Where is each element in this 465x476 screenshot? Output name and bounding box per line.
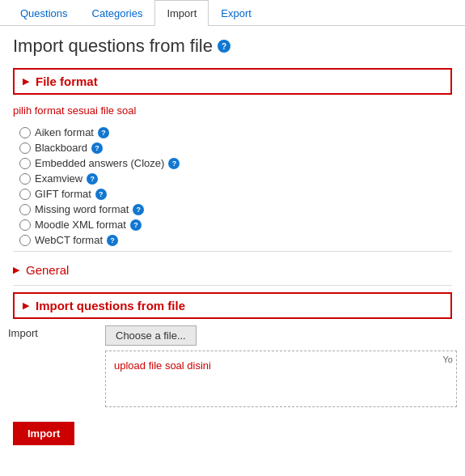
divider-1 xyxy=(13,251,452,252)
general-arrow: ▶ xyxy=(13,265,19,275)
import-label: Import xyxy=(8,324,38,339)
radio-label-aiken: Aiken format xyxy=(35,126,94,138)
file-format-header[interactable]: ▶ File format xyxy=(15,70,450,93)
page-title-row: Import questions from file ? xyxy=(0,26,465,63)
tab-questions[interactable]: Questions xyxy=(8,0,80,26)
radio-item-blackboard: Blackboard ? xyxy=(19,142,180,154)
radio-label-webct: WebCT format xyxy=(35,234,103,246)
file-drop-right-text: Yo xyxy=(440,351,456,368)
radio-item-webct: WebCT format ? xyxy=(19,234,180,246)
radio-label-gift: GIFT format xyxy=(35,188,91,200)
radio-label-examview: Examview xyxy=(35,172,82,185)
radio-item-examview: Examview ? xyxy=(19,172,180,185)
import-questions-section: ▶ Import questions from file xyxy=(13,292,452,319)
upload-text: upload file soal disini xyxy=(114,359,211,372)
page-title: Import questions from file xyxy=(13,36,213,57)
file-drop-area[interactable]: upload file soal disini Yo xyxy=(105,351,457,407)
help-icon-blackboard[interactable]: ? xyxy=(91,142,103,154)
tab-categories[interactable]: Categories xyxy=(80,0,155,26)
help-icon-webct[interactable]: ? xyxy=(107,235,118,246)
import-section-title: Import questions from file xyxy=(36,299,185,312)
radio-gift[interactable] xyxy=(19,189,31,200)
import-btn-row: Import xyxy=(0,414,465,453)
page-help-icon[interactable]: ? xyxy=(218,40,230,53)
help-icon-gift[interactable]: ? xyxy=(95,189,107,200)
radio-list: Aiken format ? Blackboard ? Embedded ans… xyxy=(19,126,180,246)
import-label-col: Import xyxy=(8,325,105,340)
help-icon-examview[interactable]: ? xyxy=(87,173,98,185)
file-format-arrow: ▶ xyxy=(23,76,29,87)
radio-item-moodlexml: Moodle XML format ? xyxy=(19,219,180,231)
general-section: ▶ General xyxy=(13,260,452,286)
radio-examview[interactable] xyxy=(19,173,31,185)
radio-cloze[interactable] xyxy=(19,158,31,169)
general-header[interactable]: ▶ General xyxy=(13,260,452,280)
radio-item-cloze: Embedded answers (Cloze) ? xyxy=(19,157,180,169)
help-icon-aiken[interactable]: ? xyxy=(98,127,109,138)
import-section-header[interactable]: ▶ Import questions from file xyxy=(15,294,450,317)
radio-missingword[interactable] xyxy=(19,204,31,215)
tab-import[interactable]: Import xyxy=(154,0,209,26)
radio-label-blackboard: Blackboard xyxy=(35,142,87,154)
radio-webct[interactable] xyxy=(19,235,31,246)
radio-item-aiken: Aiken format ? xyxy=(19,126,180,138)
file-format-section: ▶ File format xyxy=(13,68,452,95)
import-control-col: Choose a file... upload file soal disini… xyxy=(105,325,457,407)
radio-item-missingword: Missing word format ? xyxy=(19,203,180,215)
radio-moodlexml[interactable] xyxy=(19,219,31,231)
radio-blackboard[interactable] xyxy=(19,142,31,154)
radio-item-gift: GIFT format ? xyxy=(19,188,180,200)
tab-export[interactable]: Export xyxy=(209,0,264,26)
radio-label-moodlexml: Moodle XML format xyxy=(35,219,126,231)
file-format-hint: pilih format sesuai file soal xyxy=(0,100,465,117)
help-icon-cloze[interactable]: ? xyxy=(168,158,180,169)
file-format-title: File format xyxy=(36,74,98,88)
import-submit-button[interactable]: Import xyxy=(13,422,74,445)
help-icon-moodlexml[interactable]: ? xyxy=(130,219,142,231)
nav-tabs: Questions Categories Import Export xyxy=(0,0,465,26)
choose-file-button[interactable]: Choose a file... xyxy=(105,325,197,346)
radio-aiken[interactable] xyxy=(19,127,31,138)
radio-label-cloze: Embedded answers (Cloze) xyxy=(35,157,164,169)
file-format-row: Aiken format ? Blackboard ? Embedded ans… xyxy=(13,121,452,251)
import-section-arrow: ▶ xyxy=(23,300,29,311)
radio-label-missingword: Missing word format xyxy=(35,203,129,215)
help-icon-missingword[interactable]: ? xyxy=(133,204,144,215)
general-title: General xyxy=(26,263,69,277)
import-row: Import Choose a file... upload file soal… xyxy=(0,319,465,414)
file-format-options-area: Aiken format ? Blackboard ? Embedded ans… xyxy=(13,121,452,251)
